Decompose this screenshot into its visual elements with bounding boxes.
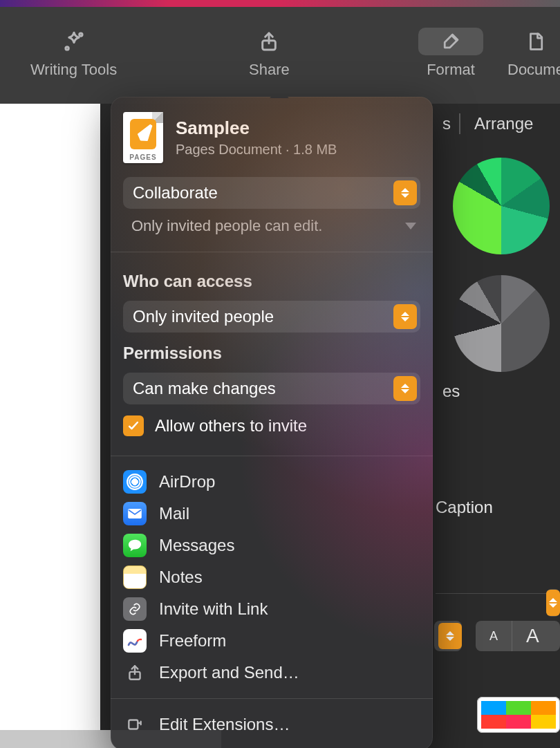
- export-icon: [123, 661, 147, 684]
- separator: [111, 252, 433, 252]
- toolbar-label: Format: [427, 61, 475, 79]
- share-item-mail[interactable]: Mail: [118, 498, 426, 530]
- toolbar-label: Docume: [507, 61, 560, 79]
- chevron-updown-icon: [393, 376, 417, 401]
- popover-arrow: [270, 97, 289, 98]
- sparkle-icon: [62, 28, 86, 55]
- chevron-down-icon: [405, 223, 416, 230]
- share-item-notes[interactable]: Notes: [118, 561, 426, 593]
- pages-document-icon: PAGES: [123, 112, 163, 163]
- messages-icon: [123, 534, 147, 557]
- share-item-label: Invite with Link: [159, 599, 268, 619]
- checkbox-label: Allow others to invite: [155, 416, 307, 436]
- who-can-access-heading: Who can access: [111, 256, 433, 301]
- paintbrush-icon: [418, 28, 483, 55]
- share-item-messages[interactable]: Messages: [118, 530, 426, 561]
- share-item-airdrop[interactable]: AirDrop: [118, 466, 426, 498]
- swatch-pink[interactable]: [506, 715, 531, 729]
- share-popover: PAGES Samplee Pages Document · 1.8 MB Co…: [111, 97, 433, 748]
- chevron-updown-icon: [393, 180, 417, 205]
- chevron-updown-icon: [438, 623, 462, 649]
- divider: [459, 113, 460, 134]
- allow-others-to-invite-row[interactable]: Allow others to invite: [111, 404, 433, 451]
- app-toolbar: t Writing Tools Share Format Docume: [0, 7, 560, 104]
- share-item-invite-link[interactable]: Invite with Link: [118, 593, 426, 625]
- separator: [436, 593, 560, 594]
- text-size-segmented[interactable]: A A: [476, 621, 560, 651]
- color-palette[interactable]: [477, 697, 560, 733]
- text-size-small[interactable]: A: [476, 621, 512, 651]
- share-item-label: Messages: [159, 536, 234, 555]
- share-item-label: Notes: [159, 568, 203, 587]
- share-item-freeform[interactable]: Freeform: [118, 625, 426, 657]
- swatch-red[interactable]: [481, 715, 506, 729]
- swatch-blue[interactable]: [481, 701, 506, 715]
- inspector-tab-arrange[interactable]: Arrange: [474, 114, 533, 133]
- svg-point-3: [133, 480, 138, 485]
- toolbar-item-writing-tools[interactable]: Writing Tools: [30, 28, 117, 79]
- share-item-label: Mail: [159, 504, 189, 523]
- link-icon: [123, 597, 147, 621]
- share-item-export-send[interactable]: Export and Send…: [118, 657, 426, 689]
- share-item-label: Export and Send…: [159, 663, 299, 682]
- toolbar-item-share[interactable]: Share: [249, 28, 290, 79]
- svg-point-1: [66, 47, 68, 50]
- svg-rect-8: [129, 720, 138, 729]
- share-item-label: AirDrop: [159, 472, 215, 492]
- toolbar-label: Share: [249, 61, 290, 79]
- edit-extensions-item[interactable]: Edit Extensions…: [118, 709, 426, 740]
- share-document-title: Samplee: [176, 118, 337, 139]
- permissions-heading: Permissions: [111, 333, 433, 373]
- select-label: Only invited people: [133, 307, 274, 326]
- text-size-large[interactable]: A: [512, 621, 553, 651]
- svg-point-0: [79, 33, 82, 36]
- inspector-caption-label: Caption: [436, 498, 560, 517]
- swatch-orange[interactable]: [531, 701, 556, 715]
- share-icon: [258, 28, 280, 55]
- select-label: Collaborate: [133, 183, 218, 203]
- checkbox-checked-icon[interactable]: [123, 415, 144, 436]
- share-destinations-list: AirDrop Mail Messages Notes Invite with …: [111, 460, 433, 694]
- collaborate-mode-select[interactable]: Collaborate: [123, 177, 420, 209]
- chart-style-pie-gray[interactable]: [453, 275, 550, 372]
- edit-extensions-label: Edit Extensions…: [159, 715, 290, 734]
- notes-icon: [123, 565, 147, 589]
- share-item-label: Freeform: [159, 631, 226, 651]
- extensions-icon: [123, 713, 147, 736]
- freeform-icon: [123, 629, 147, 653]
- share-document-subtitle: Pages Document · 1.8 MB: [176, 142, 337, 158]
- select-label: Can make changes: [133, 379, 276, 398]
- swatch-green[interactable]: [506, 701, 531, 715]
- window-top-stripe: [0, 0, 560, 7]
- toolbar-label: Writing Tools: [30, 61, 117, 79]
- toolbar-item-format[interactable]: Format: [418, 28, 483, 79]
- airdrop-icon: [123, 470, 147, 494]
- mail-icon: [123, 502, 147, 525]
- chevron-updown-icon: [393, 304, 417, 329]
- chart-style-pie-green[interactable]: [453, 158, 550, 254]
- inspector-panel: s Arrange es Caption: [436, 104, 560, 748]
- separator: [111, 456, 433, 456]
- document-canvas[interactable]: [0, 104, 100, 730]
- who-can-access-select[interactable]: Only invited people: [123, 301, 420, 333]
- swatch-yellow[interactable]: [531, 715, 556, 729]
- inspector-label-partial: es: [442, 382, 560, 401]
- inspector-tab-partial[interactable]: s: [442, 114, 451, 133]
- font-style-dropdown-partial[interactable]: [546, 589, 560, 617]
- permissions-select[interactable]: Can make changes: [123, 373, 420, 404]
- toolbar-item-document[interactable]: Docume: [507, 28, 560, 79]
- separator: [111, 698, 433, 699]
- disclosure-label: Only invited people can edit.: [131, 217, 322, 235]
- collaborate-detail-disclosure[interactable]: Only invited people can edit.: [111, 209, 433, 247]
- font-size-stepper[interactable]: [434, 621, 462, 651]
- chevron-updown-icon: [546, 590, 560, 616]
- document-icon: [525, 28, 546, 55]
